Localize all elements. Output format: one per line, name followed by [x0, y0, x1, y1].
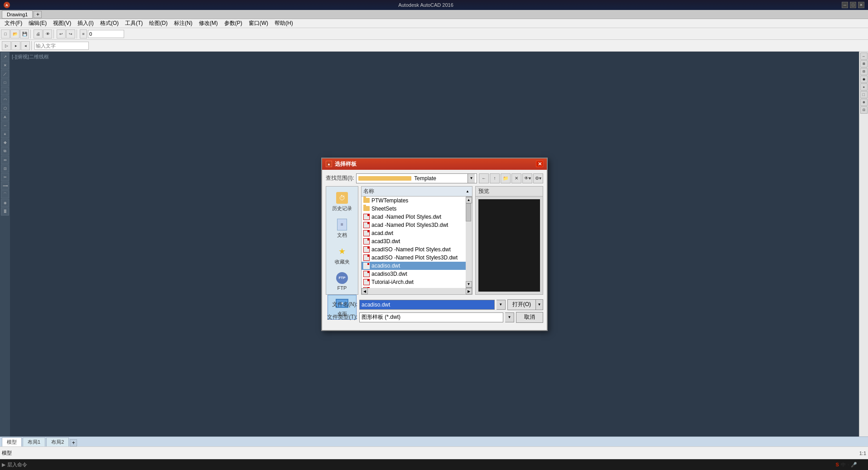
hscroll-left[interactable]: ◀: [362, 288, 368, 294]
location-combo-arrow[interactable]: ▼: [468, 174, 475, 183]
file-row-acad[interactable]: acad.dwt: [362, 229, 466, 237]
scroll-thumb[interactable]: [466, 203, 471, 221]
tb2-btn2[interactable]: ▸: [11, 41, 20, 50]
right-tool-8[interactable]: ⊡: [860, 106, 868, 114]
tab-layout1[interactable]: 布局1: [23, 437, 45, 446]
undo-button[interactable]: ↩: [57, 29, 66, 38]
file-list[interactable]: PTWTemplates SheetSets: [362, 197, 466, 288]
sort-up-icon[interactable]: ▲: [465, 188, 470, 194]
right-tool-6[interactable]: ⬚: [860, 91, 868, 98]
sidebar-ftp[interactable]: FTP FTP: [328, 269, 357, 293]
left-tool-1[interactable]: ↗: [1, 53, 9, 61]
new-button[interactable]: □: [1, 29, 10, 38]
nav-up-button[interactable]: ↑: [490, 173, 500, 183]
preview-button[interactable]: 👁: [43, 29, 52, 38]
file-row-acad3d[interactable]: acad3D.dwt: [362, 237, 466, 245]
scroll-down-arrow[interactable]: ▼: [466, 281, 472, 288]
file-row-acad-namedplot[interactable]: acad -Named Plot Styles.dwt: [362, 213, 466, 221]
menu-tools[interactable]: 工具(T): [122, 19, 145, 28]
left-tool-extend[interactable]: ⟶: [1, 182, 9, 190]
file-row-tutorial-iarch[interactable]: Tutorial-iArch.dwt: [362, 278, 466, 286]
tab-layout2[interactable]: 布局2: [46, 437, 69, 446]
open-dropdown-arrow[interactable]: ▼: [536, 299, 543, 310]
add-layout-button[interactable]: +: [70, 439, 77, 446]
file-row-ptwtemplates[interactable]: PTWTemplates: [362, 197, 466, 205]
menu-window[interactable]: 窗口(W): [246, 19, 271, 28]
left-tool-line[interactable]: ／: [1, 70, 9, 78]
hscroll-right[interactable]: ▶: [466, 288, 472, 294]
right-tool-1[interactable]: ↔: [860, 53, 868, 60]
print-button[interactable]: 🖨: [34, 29, 43, 38]
left-tool-circle[interactable]: ○: [1, 87, 9, 95]
close-button[interactable]: ✕: [858, 2, 864, 8]
filename-combo-arrow[interactable]: ▼: [497, 300, 506, 310]
left-tool-poly[interactable]: ⬡: [1, 104, 9, 112]
redo-button[interactable]: ↪: [66, 29, 75, 38]
tab-model[interactable]: 模型: [2, 437, 22, 446]
tb2-btn1[interactable]: ▷: [2, 41, 11, 50]
menu-param[interactable]: 参数(P): [222, 19, 245, 28]
file-row-tutorial-imfg[interactable]: Tutorial-iMfg.dwt: [362, 286, 466, 288]
scroll-track[interactable]: [466, 203, 472, 281]
delete-button[interactable]: ✕: [511, 173, 521, 183]
search-input[interactable]: [34, 42, 89, 50]
left-tool-dim[interactable]: ↔: [1, 121, 9, 129]
menu-modify[interactable]: 修改(M): [196, 19, 221, 28]
menu-dimension[interactable]: 标注(N): [171, 19, 195, 28]
layer-input[interactable]: [88, 30, 124, 38]
drawing-tab[interactable]: Drawing1: [2, 10, 33, 19]
filelist-hscrollbar[interactable]: ◀ ▶: [361, 288, 473, 295]
filetype-combo-arrow[interactable]: ▼: [505, 312, 514, 322]
sidebar-favorites[interactable]: ★ 收藏夹: [328, 243, 357, 268]
left-tool-hatch[interactable]: ≡: [1, 130, 9, 138]
location-combo[interactable]: Template ▼: [356, 173, 477, 183]
left-tool-explode[interactable]: ⊕: [1, 199, 9, 207]
create-folder-button[interactable]: 📁: [501, 173, 511, 183]
tools-menu-button[interactable]: ⚙▾: [533, 173, 543, 183]
hscroll-track[interactable]: [368, 288, 466, 294]
left-tool-move[interactable]: ✥: [1, 139, 9, 147]
restore-button[interactable]: □: [850, 2, 856, 8]
left-tool-arc[interactable]: ◠: [1, 96, 9, 104]
sidebar-docs[interactable]: ≡ 文档: [328, 216, 357, 241]
open-button[interactable]: 打开(O): [507, 299, 536, 310]
left-tool-text[interactable]: A: [1, 113, 9, 121]
left-tool-layer[interactable]: ≣: [1, 207, 9, 216]
right-tool-2[interactable]: ⊞: [860, 60, 868, 67]
file-row-acadiso[interactable]: acadiso.dwt: [362, 262, 466, 270]
right-tool-3[interactable]: ⊟: [860, 68, 868, 75]
file-row-acadiso3d[interactable]: acadiso3D.dwt: [362, 270, 466, 278]
filelist-scrollbar[interactable]: ▲ ▼: [466, 197, 472, 288]
right-tool-4[interactable]: ◉: [860, 76, 868, 83]
menu-format[interactable]: 格式(O): [97, 19, 121, 28]
left-tool-rect[interactable]: □: [1, 78, 9, 86]
menu-view[interactable]: 视图(V): [50, 19, 74, 28]
menu-insert[interactable]: 插入(I): [75, 19, 96, 28]
file-row-sheetsets[interactable]: SheetSets: [362, 205, 466, 213]
menu-draw[interactable]: 绘图(D): [146, 19, 170, 28]
dialog-close-button[interactable]: ✕: [536, 161, 543, 167]
new-tab-button[interactable]: +: [34, 11, 42, 18]
minimize-button[interactable]: ─: [842, 2, 848, 8]
menu-help[interactable]: 帮助(H): [272, 19, 296, 28]
filename-input[interactable]: [359, 300, 495, 310]
file-row-acad-namedplot3d[interactable]: acad -Named Plot Styles3D.dwt: [362, 221, 466, 229]
file-row-acadiso-namedplot[interactable]: acadISO -Named Plot Styles.dwt: [362, 245, 466, 254]
scroll-up-arrow[interactable]: ▲: [466, 197, 472, 203]
menu-edit[interactable]: 编辑(E): [26, 19, 49, 28]
left-tool-trim[interactable]: ✂: [1, 173, 9, 181]
left-tool-offset[interactable]: ⊡: [1, 164, 9, 173]
left-tool-2[interactable]: ✕: [1, 61, 9, 69]
right-tool-7[interactable]: ⊕: [860, 99, 868, 106]
left-tool-fillet[interactable]: ⌒: [1, 190, 9, 198]
open-button[interactable]: 📂: [10, 29, 19, 38]
view-menu-button[interactable]: 👁▾: [522, 173, 532, 183]
cancel-button[interactable]: 取消: [516, 312, 543, 323]
save-button[interactable]: 💾: [20, 29, 29, 38]
layer-props-button[interactable]: ≡: [80, 29, 87, 38]
menu-file[interactable]: 文件(F): [2, 19, 25, 28]
left-tool-copy[interactable]: ⧉: [1, 147, 9, 155]
tb2-btn3[interactable]: ◂: [21, 41, 30, 50]
right-tool-5[interactable]: ≡: [860, 83, 868, 91]
file-row-acadiso-namedplot3d[interactable]: acadISO -Named Plot Styles3D.dwt: [362, 254, 466, 262]
